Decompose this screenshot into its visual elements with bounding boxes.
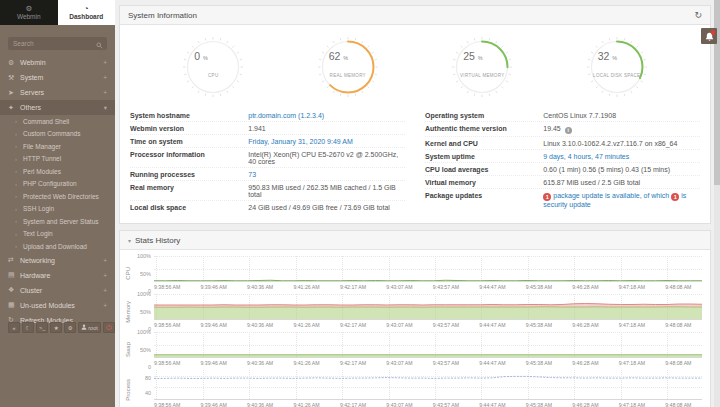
x-tick-label: 9:38:56 AM	[154, 360, 180, 366]
x-tick-label: 9:44:47 AM	[479, 360, 505, 366]
info-row-real-memory: Real memory950.83 MiB used / 262.35 MiB …	[130, 181, 405, 201]
info-value[interactable]: Friday, January 31, 2020 9:49 AM	[248, 138, 405, 145]
plus-icon: +	[103, 302, 107, 309]
submenu-arrow-icon: ›	[15, 193, 23, 199]
info-row-processor-information: Processor informationIntel(R) Xeon(R) CP…	[130, 148, 405, 168]
info-value: CentOS Linux 7.7.1908	[543, 112, 700, 119]
sidebar-tabs: ⚙ Webmin ◔ Dashboard	[0, 0, 115, 25]
info-icon[interactable]: i	[565, 127, 572, 134]
refresh-icon[interactable]: ↻	[694, 11, 702, 20]
sidebar-item-hardware[interactable]: ▤Hardware+	[0, 268, 115, 283]
page-scrollbar[interactable]	[714, 0, 720, 407]
info-row-webmin-version: Webmin version1.941	[130, 122, 405, 135]
x-tick-label: 9:42:17 AM	[340, 284, 366, 290]
info-value[interactable]: 73	[248, 171, 405, 178]
logout-button[interactable]	[103, 322, 116, 333]
sidebar-toggle-button[interactable]: «	[8, 322, 20, 333]
x-tick-label: 9:43:07 AM	[386, 360, 412, 366]
info-value[interactable]: 9 days, 4 hours, 47 minutes	[543, 153, 700, 160]
gauges-row: 0 %CPU62 %REAL MEMORY25 %VIRTUAL MEMORY3…	[120, 25, 710, 105]
night-mode-button[interactable]: ☾	[22, 322, 34, 333]
x-tick-label: 9:40:36 AM	[247, 284, 273, 290]
info-value: Linux 3.10.0-1062.4.2.vz7.116.7 on x86_6…	[543, 140, 700, 147]
user-root-button[interactable]: root	[78, 322, 100, 333]
shell-button[interactable]: >_	[36, 322, 48, 333]
stats-history-header[interactable]: ▾ Stats History	[120, 231, 710, 250]
sidebar-subitem-system-and-server-status[interactable]: ›System and Server Status	[0, 215, 115, 228]
x-tick-label: 9:43:57 AM	[433, 360, 459, 366]
x-tick-label: 9:41:26 AM	[293, 322, 319, 328]
search-input[interactable]	[8, 37, 107, 50]
gauge-virtual-memory: 25 %VIRTUAL MEMORY	[450, 35, 514, 99]
info-label: Running processes	[130, 171, 248, 178]
chart-axis-title: Process	[125, 379, 131, 401]
plus-icon: +	[103, 59, 107, 66]
y-tick-label: 100%	[137, 253, 151, 259]
info-label: System hostname	[130, 112, 248, 119]
search-icon	[96, 35, 103, 53]
sidebar-item-un-used-modules[interactable]: ▦Un-used Modules+	[0, 298, 115, 313]
sidebar-subitem-php-configuration[interactable]: ›PHP Configuration	[0, 178, 115, 191]
sidebar-subitem-label: SSH Login	[23, 205, 54, 212]
info-row-package-updates: Package updates1package update is availa…	[425, 189, 700, 210]
sidebar-subitem-protected-web-directories[interactable]: ›Protected Web Directories	[0, 190, 115, 203]
sidebar-subitem-text-login[interactable]: ›Text Login	[0, 228, 115, 241]
settings-button[interactable]: ⚙	[64, 322, 76, 333]
gauge-local-disk-space: 32 %LOCAL DISK SPACE	[585, 35, 649, 99]
stats-history-title: Stats History	[135, 236, 180, 245]
sidebar-subitem-custom-commands[interactable]: ›Custom Commands	[0, 128, 115, 141]
favorites-button[interactable]: ★	[50, 322, 62, 333]
info-row-system-uptime: System uptime9 days, 4 hours, 47 minutes	[425, 150, 700, 163]
submenu-arrow-icon: ›	[15, 131, 23, 137]
plus-icon: +	[103, 89, 107, 96]
sidebar-item-servers[interactable]: ➤Servers+	[0, 85, 115, 100]
gauge-label: LOCAL DISK SPACE	[585, 73, 649, 78]
info-row-cpu-load-averages: CPU load averages0.60 (1 min) 0.56 (5 mi…	[425, 163, 700, 176]
wrench-icon: ✦	[8, 104, 20, 112]
sidebar-item-system[interactable]: ⚒System+	[0, 70, 115, 85]
sidebar-subitem-ssh-login[interactable]: ›SSH Login	[0, 203, 115, 216]
info-row-operating-system: Operating systemCentOS Linux 7.7.1908	[425, 109, 700, 122]
x-tick-label: 9:43:07 AM	[386, 322, 412, 328]
sidebar-subitem-perl-modules[interactable]: ›Perl Modules	[0, 165, 115, 178]
tab-dashboard[interactable]: ◔ Dashboard	[58, 0, 116, 25]
sidebar-item-networking[interactable]: ⇄Networking+	[0, 253, 115, 268]
gauge-value: 62 %	[329, 50, 349, 62]
sidebar-item-webmin[interactable]: ⚙Webmin+	[0, 55, 115, 70]
x-tick-label: 9:41:26 AM	[293, 360, 319, 366]
info-value[interactable]: 1package update is available, of which 1…	[543, 192, 700, 208]
info-label: CPU load averages	[425, 166, 543, 173]
sidebar-subitem-upload-and-download[interactable]: ›Upload and Download	[0, 240, 115, 253]
x-tick-label: 9:39:46 AM	[200, 402, 226, 407]
info-value: Intel(R) Xeon(R) CPU E5-2670 v2 @ 2.500G…	[248, 151, 405, 165]
send-icon: ➤	[8, 89, 20, 97]
chart-plot-area	[154, 256, 702, 282]
sidebar-subitem-file-manager[interactable]: ›File Manager	[0, 140, 115, 153]
gauge-label: VIRTUAL MEMORY	[450, 73, 514, 78]
sidebar-subitem-label: Upload and Download	[23, 243, 87, 250]
notifications-tab[interactable]	[701, 28, 717, 44]
info-column-right: Operating systemCentOS Linux 7.7.1908Aut…	[425, 109, 700, 214]
sidebar-item-label: Webmin	[20, 59, 103, 66]
sidebar-subitem-http-tunnel[interactable]: ›HTTP Tunnel	[0, 153, 115, 166]
chart-cpu: CPU100%50%09:38:56 AM9:39:46 AM9:40:36 A…	[122, 256, 702, 291]
sidebar-item-cluster[interactable]: ❖Cluster+	[0, 283, 115, 298]
info-value[interactable]: ptr.domain.com (1.2.3.4)	[248, 112, 405, 119]
x-tick-label: 9:40:36 AM	[247, 322, 273, 328]
chart-swap: Swap100%50%09:38:56 AM9:39:46 AM9:40:36 …	[122, 332, 702, 367]
sidebar-item-others[interactable]: ✦Others▾	[0, 100, 115, 115]
chart-process: Process804009:38:56 AM9:39:46 AM9:40:36 …	[122, 370, 702, 407]
tab-webmin[interactable]: ⚙ Webmin	[0, 0, 58, 25]
y-tick-label: 100%	[137, 291, 151, 297]
sidebar-subitem-label: Command Shell	[23, 118, 69, 125]
x-tick-label: 9:43:07 AM	[386, 284, 412, 290]
x-tick-label: 9:40:36 AM	[247, 360, 273, 366]
gauge-cpu: 0 %CPU	[181, 35, 245, 99]
submenu-arrow-icon: ›	[15, 231, 23, 237]
x-tick-label: 9:43:57 AM	[433, 402, 459, 407]
chart-memory: Memory100%50%09:38:56 AM9:39:46 AM9:40:3…	[122, 294, 702, 329]
sidebar-subitem-command-shell[interactable]: ›Command Shell	[0, 115, 115, 128]
x-tick-label: 9:42:17 AM	[340, 360, 366, 366]
stats-history-panel: ▾ Stats History CPU100%50%09:38:56 AM9:3…	[119, 230, 711, 407]
x-tick-label: 9:39:46 AM	[200, 360, 226, 366]
